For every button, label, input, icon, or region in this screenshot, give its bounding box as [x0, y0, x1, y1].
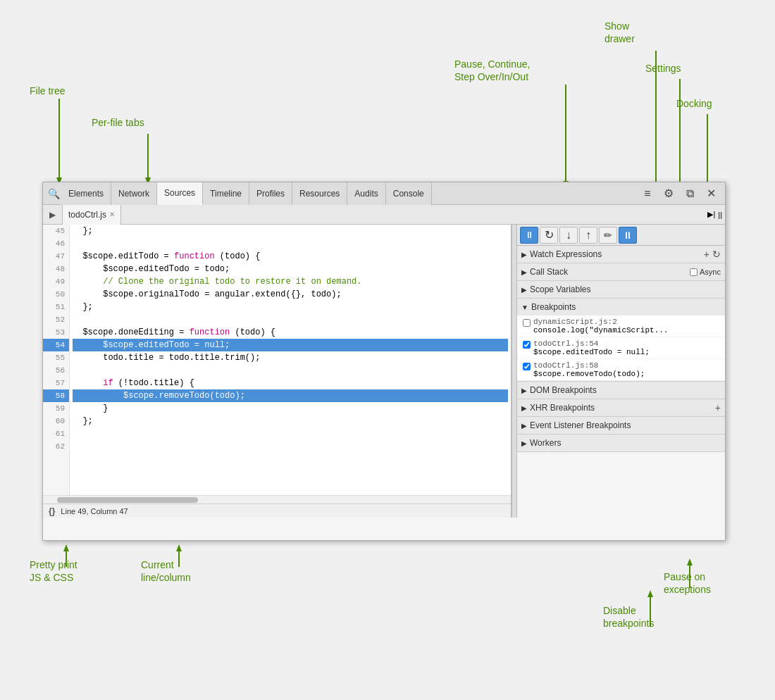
scrollbar-thumb[interactable]	[57, 497, 198, 503]
code-lines: 45 46 47 48 49 50 51 52 53 54 55 56 57 5…	[43, 225, 511, 495]
line-num-59: 59	[43, 402, 69, 415]
format-button[interactable]: ||	[718, 211, 722, 219]
undock-button[interactable]: ⧉	[681, 185, 698, 202]
toolbar-tabs: Elements Network Sources Timeline Profil…	[61, 182, 639, 205]
panel-divider[interactable]	[512, 225, 517, 518]
svg-marker-15	[176, 544, 182, 551]
breakpoints-header[interactable]: ▼ Breakpoints	[517, 299, 725, 315]
code-line-54: $scope.editedTodo = null;	[73, 339, 508, 351]
annotation-docking: Docking	[676, 97, 712, 110]
xhr-breakpoints-header[interactable]: ▶ XHR Breakpoints +	[517, 399, 725, 416]
code-content[interactable]: }; $scope.editTodo = function (todo) { $…	[70, 225, 511, 495]
workers-section: ▶ Workers	[517, 435, 725, 452]
tab-sources[interactable]: Sources	[157, 182, 203, 205]
close-button[interactable]: ✕	[702, 185, 719, 202]
tab-timeline[interactable]: Timeline	[203, 182, 249, 205]
watch-expressions-header[interactable]: ▶ Watch Expressions + ↻	[517, 246, 725, 263]
breakpoint-code-3: $scope.removeTodo(todo);	[533, 370, 645, 378]
annotation-pause-continue: Pause, Continue,Step Over/In/Out	[454, 58, 530, 83]
deactivate-breakpoints-button[interactable]: ✏	[599, 227, 617, 244]
line-column-status: Line 49, Column 47	[61, 507, 128, 515]
code-line-55: todo.title = todo.title.trim();	[73, 351, 508, 364]
breakpoints-label: Breakpoints	[531, 302, 576, 312]
line-num-50: 50	[43, 288, 69, 301]
watch-expressions-section: ▶ Watch Expressions + ↻	[517, 246, 725, 263]
breakpoint-checkbox-2[interactable]	[523, 341, 531, 349]
async-text: Async	[700, 268, 721, 276]
breakpoint-checkbox-1[interactable]	[523, 319, 531, 327]
horizontal-scrollbar[interactable]	[43, 495, 511, 504]
watch-expressions-triangle: ▶	[521, 251, 527, 258]
step-out-button[interactable]: ↑	[579, 227, 597, 244]
panel-scrollable[interactable]: ▶ Watch Expressions + ↻ ▶ Call Stack	[517, 246, 725, 518]
tab-resources[interactable]: Resources	[292, 182, 347, 205]
dom-breakpoints-triangle: ▶	[521, 387, 527, 394]
event-listener-label: Event Listener Breakpoints	[530, 420, 631, 430]
code-line-60: };	[73, 415, 508, 427]
line-num-56: 56	[43, 364, 69, 377]
tab-elements[interactable]: Elements	[61, 182, 111, 205]
call-stack-header[interactable]: ▶ Call Stack Async	[517, 263, 725, 280]
file-tabs-bar: ▶ todoCtrl.js ✕ ▶| ||	[43, 205, 725, 225]
file-tab-close[interactable]: ✕	[109, 211, 115, 218]
breakpoints-section: ▼ Breakpoints dynamicScript.js:2 console…	[517, 299, 725, 382]
tab-audits[interactable]: Audits	[347, 182, 385, 205]
pause-resume-button[interactable]: ⏸	[520, 227, 538, 244]
search-button[interactable]: 🔍	[46, 186, 61, 201]
dom-breakpoints-header[interactable]: ▶ DOM Breakpoints	[517, 382, 725, 399]
annotation-per-file-tabs: Per-file tabs	[92, 116, 144, 129]
svg-marker-13	[63, 544, 69, 551]
code-line-57: if (!todo.title) {	[73, 377, 508, 389]
line-num-52: 52	[43, 313, 69, 326]
breakpoints-triangle: ▼	[521, 304, 528, 311]
file-tab-todoctrl[interactable]: todoCtrl.js ✕	[63, 205, 121, 225]
tab-network[interactable]: Network	[111, 182, 157, 205]
settings-button[interactable]: ⚙	[660, 185, 677, 202]
annotation-show-drawer: Showdrawer	[604, 20, 635, 45]
console-drawer-button[interactable]: ≡	[639, 185, 656, 202]
pretty-print-button[interactable]: {}	[49, 506, 55, 516]
line-numbers: 45 46 47 48 49 50 51 52 53 54 55 56 57 5…	[43, 225, 70, 495]
code-line-50: $scope.originalTodo = angular.extend({},…	[73, 288, 508, 301]
event-listener-header[interactable]: ▶ Event Listener Breakpoints	[517, 417, 725, 434]
add-watch-button[interactable]: +	[704, 249, 709, 260]
refresh-watch-button[interactable]: ↻	[712, 249, 721, 260]
code-line-53: $scope.doneEditing = function (todo) {	[73, 326, 508, 339]
code-line-58: $scope.removeTodo(todo);	[73, 389, 508, 402]
tab-profiles[interactable]: Profiles	[249, 182, 292, 205]
async-checkbox[interactable]	[690, 268, 698, 276]
run-snippet-button[interactable]: ▶|	[707, 210, 715, 219]
right-panel: ⏸ ↻ ↓ ↑ ✏ ⏸ ▶ Watch Expressions +	[517, 225, 725, 518]
code-line-51: };	[73, 301, 508, 313]
line-num-60: 60	[43, 415, 69, 427]
add-xhr-button[interactable]: +	[715, 402, 721, 413]
scope-variables-triangle: ▶	[521, 286, 527, 294]
breakpoints-content: dynamicScript.js:2 console.log("dynamicS…	[517, 315, 725, 381]
scope-variables-header[interactable]: ▶ Scope Variables	[517, 281, 725, 298]
breakpoint-checkbox-3[interactable]	[523, 363, 531, 370]
devtools-content: 45 46 47 48 49 50 51 52 53 54 55 56 57 5…	[43, 225, 725, 518]
workers-header[interactable]: ▶ Workers	[517, 435, 725, 451]
devtools-toolbar: 🔍 Elements Network Sources Timeline Prof…	[43, 182, 725, 205]
breakpoint-content-3: todoCtrl.js:58 $scope.removeTodo(todo);	[533, 361, 645, 378]
step-over-button[interactable]: ↻	[540, 227, 558, 244]
svg-marker-17	[687, 558, 693, 565]
annotation-disable-breakpoints: Disablebreakpoints	[603, 604, 654, 630]
watch-expressions-actions: + ↻	[704, 249, 721, 260]
line-num-49: 49	[43, 275, 69, 288]
breakpoint-location-1: dynamicScript.js:2	[533, 318, 668, 326]
step-into-button[interactable]: ↓	[559, 227, 578, 244]
file-tree-toggle[interactable]: ▶	[43, 205, 63, 225]
call-stack-triangle: ▶	[521, 268, 527, 276]
svg-marker-19	[647, 590, 653, 597]
xhr-breakpoints-section: ▶ XHR Breakpoints +	[517, 399, 725, 417]
pause-exceptions-button[interactable]: ⏸	[619, 227, 637, 244]
breakpoint-content-2: todoCtrl.js:54 $scope.editedTodo = null;	[533, 339, 650, 356]
breakpoint-item-2: todoCtrl.js:54 $scope.editedTodo = null;	[517, 337, 725, 359]
dom-breakpoints-label: DOM Breakpoints	[530, 385, 597, 395]
code-line-47: $scope.editTodo = function (todo) {	[73, 250, 508, 263]
code-line-52	[73, 313, 508, 326]
file-tab-name: todoCtrl.js	[68, 210, 106, 220]
xhr-breakpoints-label: XHR Breakpoints	[530, 403, 595, 413]
tab-console[interactable]: Console	[386, 182, 432, 205]
